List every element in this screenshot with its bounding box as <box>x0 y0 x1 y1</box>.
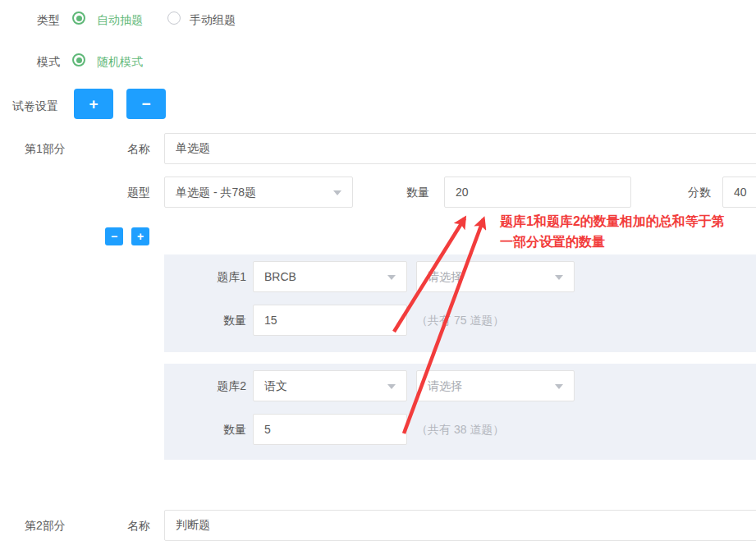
question-type-label: 题型 <box>127 177 150 208</box>
bank1-select[interactable]: BRCB <box>253 261 407 292</box>
question-type-value: 单选题 - 共78题 <box>176 186 256 199</box>
annotation-line2: 一部分设置的数量 <box>500 232 756 252</box>
bank2-count-label: 数量 <box>189 414 246 445</box>
remove-part-button[interactable]: − <box>126 89 166 119</box>
bank1-value: BRCB <box>264 270 296 283</box>
remove-bank-button[interactable]: − <box>105 227 123 245</box>
part1-score-input[interactable] <box>722 177 756 208</box>
radio-random-mode[interactable] <box>72 53 85 66</box>
bank2-label: 题库2 <box>189 370 246 401</box>
radio-random-mode-label[interactable]: 随机模式 <box>97 53 143 70</box>
type-label: 类型 <box>37 11 60 28</box>
paper-settings-label: 试卷设置 <box>12 98 58 114</box>
bank2-sub-placeholder: 请选择 <box>428 379 462 392</box>
part1-count-input[interactable] <box>444 177 631 208</box>
question-type-select[interactable]: 单选题 - 共78题 <box>164 177 353 208</box>
annotation-line1: 题库1和题库2的数量相加的总和等于第 <box>500 211 756 232</box>
bank1-sub-select[interactable]: 请选择 <box>416 261 575 292</box>
chevron-down-icon <box>387 275 396 280</box>
part2-label: 第2部分 <box>25 510 66 541</box>
add-bank-button[interactable]: + <box>131 227 149 245</box>
chevron-down-icon <box>333 190 341 195</box>
bank2-select[interactable]: 语文 <box>253 370 407 401</box>
bank1-label: 题库1 <box>189 261 246 292</box>
add-part-button[interactable]: + <box>74 89 113 119</box>
mode-label: 模式 <box>37 53 60 70</box>
part2-name-label: 名称 <box>127 510 150 541</box>
bank2-panel: 题库2 语文 请选择 数量 （共有 38 道题） <box>164 364 756 460</box>
radio-manual-compose[interactable] <box>167 11 181 25</box>
radio-auto-extract-label[interactable]: 自动抽题 <box>97 11 143 28</box>
bank1-sub-placeholder: 请选择 <box>428 270 462 283</box>
bank2-total-text: （共有 38 道题） <box>416 414 504 445</box>
bank1-total-text: （共有 75 道题） <box>416 305 504 336</box>
radio-manual-compose-label[interactable]: 手动组题 <box>190 11 236 28</box>
bank2-value: 语文 <box>264 379 287 392</box>
chevron-down-icon <box>387 384 396 389</box>
radio-dot <box>76 16 82 21</box>
part1-name-label: 名称 <box>127 133 150 164</box>
bank2-count-input[interactable] <box>253 414 407 445</box>
exam-config-form: 类型 自动抽题 手动组题 模式 随机模式 试卷设置 + − 第1部分 名称 题型… <box>0 0 756 541</box>
chevron-down-icon <box>555 275 563 280</box>
part1-count-label: 数量 <box>406 177 429 208</box>
bank2-sub-select[interactable]: 请选择 <box>416 370 575 401</box>
chevron-down-icon <box>555 384 563 389</box>
annotation-note: 题库1和题库2的数量相加的总和等于第 一部分设置的数量 <box>500 211 756 252</box>
bank1-panel: 题库1 BRCB 请选择 数量 （共有 75 道题） <box>164 254 756 352</box>
radio-auto-extract[interactable] <box>72 11 85 25</box>
part1-label: 第1部分 <box>25 133 66 164</box>
part1-name-input[interactable] <box>164 133 756 164</box>
bank1-count-label: 数量 <box>189 305 246 336</box>
part2-name-input[interactable] <box>164 510 756 541</box>
bank1-count-input[interactable] <box>253 305 407 336</box>
radio-dot <box>76 57 82 63</box>
part1-score-label: 分数 <box>688 177 711 208</box>
